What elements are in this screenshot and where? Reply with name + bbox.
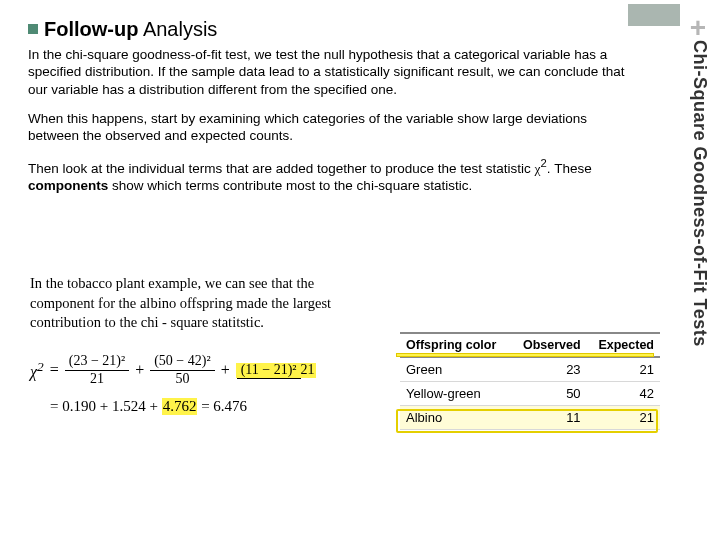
f3d: 21: [301, 361, 315, 377]
table-row-highlight: Albino 11 21: [400, 406, 660, 430]
para-2: When this happens, start by examining wh…: [28, 110, 630, 145]
f-sup: 2: [37, 359, 44, 374]
plus-icon: +: [690, 14, 706, 42]
cell-exp: 42: [587, 382, 660, 406]
cell-exp: 21: [587, 357, 660, 382]
table-top-highlight: [397, 354, 653, 356]
f1n: (23 − 21)²: [65, 354, 129, 371]
cell-color: Albino: [400, 406, 511, 430]
para3-a: Then look at the individual terms that a…: [28, 161, 535, 176]
cell-obs: 23: [511, 357, 587, 382]
para-3: Then look at the individual terms that a…: [28, 156, 630, 194]
chi-formula: χ2 = (23 − 21)²21 + (50 − 42)²50 + (11 −…: [30, 354, 316, 415]
table-row: Yellow-green 50 42: [400, 382, 660, 406]
para3-b: . These: [547, 161, 592, 176]
slide-heading: Follow-up Analysis: [44, 18, 217, 41]
para3-bold: components: [28, 178, 108, 193]
r2a: = 0.190 + 1.524 +: [50, 398, 162, 414]
heading-rest: Analysis: [138, 18, 217, 40]
bullet-icon: [28, 24, 38, 34]
table-row: Green 23 21: [400, 357, 660, 382]
f2d: 50: [175, 371, 189, 387]
para-1: In the chi-square goodness-of-fit test, …: [28, 46, 630, 98]
r2b: = 6.476: [197, 398, 247, 414]
tobacco-note: In the tobacco plant example, we can see…: [30, 274, 360, 333]
f-chi: χ: [30, 363, 37, 380]
cell-obs: 11: [511, 406, 587, 430]
cell-obs: 50: [511, 382, 587, 406]
f-plus2: +: [221, 361, 230, 379]
f3n: (11 − 21)²: [237, 362, 301, 379]
slide: + Chi-Square Goodness-of-Fit Tests Follo…: [0, 0, 720, 540]
cell-exp: 21: [587, 406, 660, 430]
para3-c: show which terms contribute most to the …: [108, 178, 472, 193]
offspring-table: Offspring color Observed Expected Green …: [400, 332, 660, 430]
body-text: In the chi-square goodness-of-fit test, …: [28, 46, 630, 206]
side-title: Chi-Square Goodness-of-Fit Tests: [689, 40, 710, 347]
f2n: (50 − 42)²: [150, 354, 214, 371]
f1d: 21: [90, 371, 104, 387]
cell-color: Yellow-green: [400, 382, 511, 406]
frac-2: (50 − 42)²50: [150, 354, 214, 386]
frac-3-highlight: (11 − 21)²21: [236, 363, 316, 378]
f-eq: =: [50, 361, 59, 379]
data-table: Offspring color Observed Expected Green …: [400, 332, 660, 430]
heading-bold: Follow-up: [44, 18, 138, 40]
r2hl: 4.762: [162, 398, 198, 415]
frac-1: (23 − 21)²21: [65, 354, 129, 386]
formula-row1: χ2 = (23 − 21)²21 + (50 − 42)²50 + (11 −…: [30, 354, 316, 386]
corner-accent: [628, 4, 680, 26]
formula-row2: = 0.190 + 1.524 + 4.762 = 6.476: [30, 398, 316, 415]
cell-color: Green: [400, 357, 511, 382]
f-plus1: +: [135, 361, 144, 379]
